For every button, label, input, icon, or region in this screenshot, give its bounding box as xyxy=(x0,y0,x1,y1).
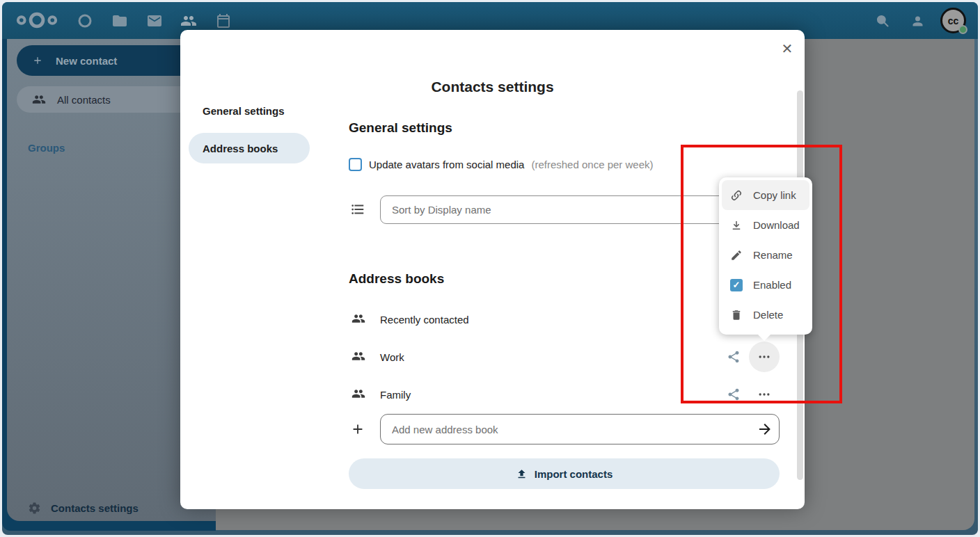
menu-item-rename[interactable]: Rename xyxy=(719,240,812,270)
address-book-icon xyxy=(351,387,365,401)
import-contacts-button[interactable]: Import contacts xyxy=(349,458,780,489)
contacts-settings-label: Contacts settings xyxy=(51,502,139,514)
nextcloud-logo-icon[interactable] xyxy=(16,11,58,29)
contacts-group-icon xyxy=(32,93,46,106)
address-book-name: Family xyxy=(380,389,411,401)
list-bulleted-icon xyxy=(350,202,365,217)
contacts-menu-icon[interactable] xyxy=(910,14,925,29)
mail-icon[interactable] xyxy=(146,13,163,29)
update-avatars-checkbox[interactable] xyxy=(349,158,362,171)
import-contacts-label: Import contacts xyxy=(535,468,613,480)
new-contact-button[interactable]: New contact xyxy=(17,45,200,76)
sidebar-item-all-contacts[interactable]: All contacts xyxy=(17,86,200,113)
more-actions-icon[interactable] xyxy=(757,350,771,364)
pencil-icon xyxy=(730,249,743,262)
share-icon[interactable] xyxy=(727,387,741,401)
tab-address-books[interactable]: Address books xyxy=(189,133,310,163)
menu-item-download[interactable]: Download xyxy=(719,210,812,240)
menu-item-label: Delete xyxy=(753,309,783,321)
download-icon xyxy=(730,219,743,232)
trash-icon xyxy=(730,309,743,321)
checkbox-checked-icon[interactable]: ✓ xyxy=(730,279,743,291)
all-contacts-label: All contacts xyxy=(57,94,111,106)
calendar-icon[interactable] xyxy=(215,13,232,29)
avatar-initials: cc xyxy=(948,15,959,26)
menu-item-label: Enabled xyxy=(753,279,791,291)
address-book-icon xyxy=(351,349,365,363)
upload-icon xyxy=(516,468,528,480)
address-book-icon xyxy=(351,312,365,326)
add-address-book-input[interactable] xyxy=(380,414,780,444)
groups-section-label: Groups xyxy=(28,142,65,154)
search-icon[interactable] xyxy=(876,14,890,28)
plus-icon xyxy=(350,422,365,437)
share-icon[interactable] xyxy=(727,350,741,364)
address-book-actions-menu: Copy link Download Rename ✓ Enabled Dele… xyxy=(719,177,812,335)
contacts-settings-button[interactable]: Contacts settings xyxy=(28,502,139,515)
dashboard-icon[interactable] xyxy=(77,13,93,29)
menu-item-enabled[interactable]: ✓ Enabled xyxy=(719,270,812,300)
plus-icon xyxy=(32,55,43,66)
contacts-app-icon[interactable] xyxy=(180,13,197,29)
address-book-name: Work xyxy=(380,351,404,363)
more-actions-icon[interactable] xyxy=(757,387,771,401)
menu-item-copy-link[interactable]: Copy link xyxy=(722,180,809,210)
new-contact-label: New contact xyxy=(56,55,117,67)
address-book-name: Recently contacted xyxy=(380,314,469,326)
tab-general-settings[interactable]: General settings xyxy=(189,100,310,121)
online-status-dot xyxy=(958,25,967,34)
link-icon xyxy=(730,189,743,202)
arrow-right-submit-icon[interactable] xyxy=(757,421,773,438)
update-avatars-row: Update avatars from social media (refres… xyxy=(349,158,654,171)
app-frame: cc New contact All contacts Groups Conta… xyxy=(2,2,978,535)
menu-item-label: Copy link xyxy=(753,189,796,201)
menu-caret xyxy=(757,334,771,341)
contacts-settings-modal: Contacts settings ✕ General settings Add… xyxy=(180,30,805,509)
update-avatars-label: Update avatars from social media xyxy=(369,159,524,170)
menu-item-delete[interactable]: Delete xyxy=(719,300,812,330)
menu-item-label: Rename xyxy=(753,249,793,261)
general-settings-heading: General settings xyxy=(349,120,452,136)
update-avatars-hint: (refreshed once per week) xyxy=(531,159,653,170)
modal-title: Contacts settings xyxy=(180,79,805,95)
address-books-heading: Address books xyxy=(349,271,444,287)
files-folder-icon[interactable] xyxy=(111,13,128,29)
gear-icon xyxy=(28,502,41,515)
menu-item-label: Download xyxy=(753,219,800,231)
close-icon[interactable]: ✕ xyxy=(776,38,798,60)
